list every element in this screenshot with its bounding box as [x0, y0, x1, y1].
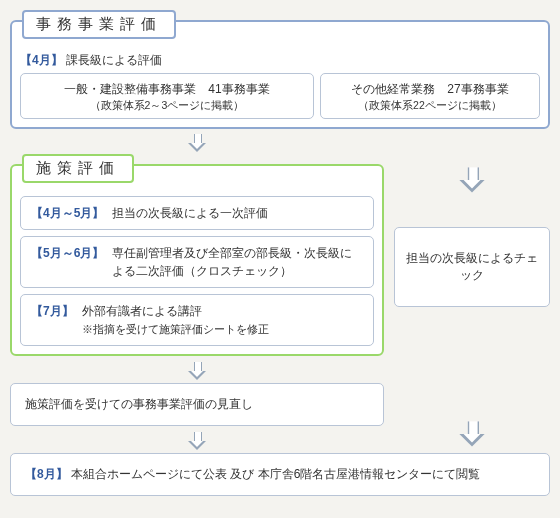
policy-row-1-text: 担当の次長級による一次評価 [112, 204, 363, 222]
jimu-right-line1: その他経常業務 27事務事業 [325, 80, 535, 98]
jimu-right-line2: （政策体系22ページに掲載） [325, 98, 535, 114]
section1-subhead: 【4月】 課長級による評価 [20, 52, 540, 69]
jimu-box-right: その他経常業務 27事務事業 （政策体系22ページに掲載） [320, 73, 540, 119]
section-sesaku-title: 施策評価 [22, 154, 134, 183]
subhead-text: 課長級による評価 [66, 53, 162, 67]
arrow-icon [188, 432, 206, 450]
final-text: 本組合ホームページにて公表 及び 本庁舎6階名古屋港情報センターにて閲覧 [71, 467, 480, 481]
tag-apr: 【4月】 [20, 53, 63, 67]
arrow-icon [188, 134, 206, 152]
policy-row-3-text: 外部有識者による講評 ※指摘を受けて施策評価シートを修正 [82, 302, 363, 338]
tag-apr-may: 【4月～5月】 [31, 204, 104, 222]
section-jimu-title: 事務事業評価 [22, 10, 176, 39]
policy-row-3-main: 外部有識者による講評 [82, 304, 202, 318]
arrow-icon [459, 167, 484, 192]
jimu-box-left: 一般・建設整備事務事業 41事務事業 （政策体系2～3ページに掲載） [20, 73, 314, 119]
policy-row-2: 【5月～6月】 専任副管理者及び全部室の部長級・次長級による二次評価（クロスチェ… [20, 236, 374, 288]
tag-jul: 【7月】 [31, 302, 74, 320]
policy-row-2-text: 専任副管理者及び全部室の部長級・次長級による二次評価（クロスチェック） [112, 244, 363, 280]
jimu-left-line1: 一般・建設整備事務事業 41事務事業 [25, 80, 309, 98]
section-jimu: 事務事業評価 【4月】 課長級による評価 一般・建設整備事務事業 41事務事業 … [10, 20, 550, 129]
arrow-icon [459, 421, 484, 446]
final-box: 【8月】 本組合ホームページにて公表 及び 本庁舎6階名古屋港情報センターにて閲… [10, 453, 550, 496]
jimu-left-line2: （政策体系2～3ページに掲載） [25, 98, 309, 114]
check-box: 担当の次長級によるチェック [394, 227, 550, 307]
review-box: 施策評価を受けての事務事業評価の見直し [10, 383, 384, 426]
tag-aug: 【8月】 [25, 467, 68, 481]
section-sesaku: 施策評価 【4月～5月】 担当の次長級による一次評価 【5月～6月】 専任副管理… [10, 164, 384, 356]
policy-row-3: 【7月】 外部有識者による講評 ※指摘を受けて施策評価シートを修正 [20, 294, 374, 346]
arrow-icon [188, 362, 206, 380]
policy-row-1: 【4月～5月】 担当の次長級による一次評価 [20, 196, 374, 230]
tag-may-jun: 【5月～6月】 [31, 244, 104, 262]
policy-row-3-sub: ※指摘を受けて施策評価シートを修正 [82, 323, 269, 335]
